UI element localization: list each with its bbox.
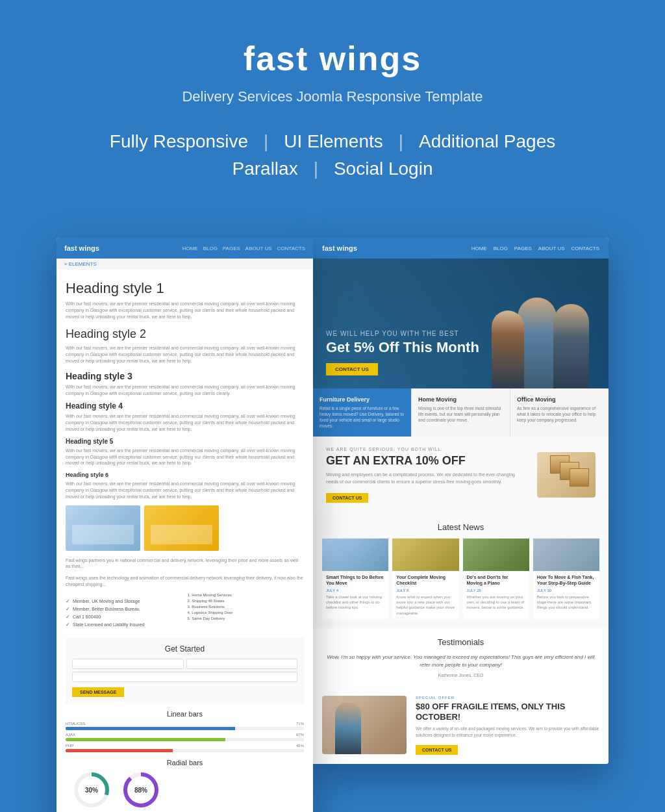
- features-row-2: Parallax | Social Login: [13, 159, 652, 179]
- service-title-1: Furniture Delivery: [320, 396, 405, 403]
- col-bullet-1: 1. Home Moving Services: [188, 593, 305, 597]
- left-nav-about: ABOUT US: [245, 246, 272, 251]
- testimonial-title: Testimonials: [322, 637, 599, 647]
- final-promo-subtitle: SPECIAL OFFER: [416, 696, 599, 700]
- screenshots-container: fast wings HOME BLOG PAGES ABOUT US CONT…: [0, 238, 665, 812]
- box-3: [570, 468, 589, 487]
- hero-subtitle: Delivery Services Joomla Responsive Temp…: [13, 88, 652, 105]
- service-cards: Furniture Delivery Retail is a single pi…: [313, 388, 609, 437]
- send-message-button[interactable]: SEND MESSAGE: [72, 687, 124, 697]
- form-row-1: [72, 659, 297, 669]
- news-img-4: [533, 539, 599, 571]
- right-nav-blog: BLOG: [494, 246, 508, 251]
- bar-html-label: HTML/CSS: [66, 722, 85, 726]
- col-bullet-4: 4. Logistics Shipping Door: [188, 611, 305, 615]
- news-date-4: JULY 30: [537, 589, 596, 592]
- right-nav-about: ABOUT US: [538, 246, 565, 251]
- final-promo-content: SPECIAL OFFER $80 OFF FRAGILE ITEMS, ONL…: [416, 696, 599, 755]
- heading-6: Heading style 6: [66, 472, 304, 478]
- news-title-3: Do's and Don'ts for Moving a Piano: [467, 574, 525, 586]
- final-promo-button[interactable]: CONTACT US: [416, 745, 458, 755]
- service-card-2: Home Moving Moving is one of the top thr…: [412, 388, 510, 437]
- bar-html-label-row: HTML/CSS 71%: [66, 722, 304, 726]
- brand-title: fast wings: [13, 39, 652, 78]
- testimonial-section: Testimonials Wow, I'm so happy with your…: [313, 628, 609, 687]
- testimonial-quote: Wow, I'm so happy with your service. You…: [322, 653, 599, 669]
- hero-offer: Get 5% Off This Month: [326, 340, 479, 355]
- service-title-3: Office Moving: [517, 396, 602, 403]
- news-card-2: Your Complete Moving Checklist JULY 8 Kn…: [392, 539, 458, 619]
- bar-html-pct: 71%: [296, 722, 304, 726]
- hero-cta-button[interactable]: CONTACT US: [326, 363, 378, 375]
- svg-text:88%: 88%: [134, 787, 147, 794]
- hero-text: WE WILL HELP YOU WITH THE BEST Get 5% Of…: [326, 330, 479, 375]
- heading-4: Heading style 4: [66, 401, 304, 411]
- img-caption-1: Fast wings partners you in national comm…: [66, 557, 304, 570]
- heading-1: Heading style 1: [66, 280, 304, 297]
- right-nav-contacts: CONTACTS: [571, 246, 599, 251]
- news-text-2: Know what to expect when you move into a…: [396, 594, 455, 616]
- news-img-2: [392, 539, 458, 571]
- service-text-3: As firm as a comprehensive experience of…: [517, 405, 602, 423]
- news-card-1: Smart Things to Do Before You Move JULY …: [322, 539, 388, 619]
- bar-ajax-track: [66, 738, 304, 741]
- promo-cta-button[interactable]: CONTACT US: [326, 493, 368, 503]
- bullet-2: ✓ Member, Better Business Bureau: [66, 606, 182, 612]
- bullet-list: ✓ Member, UK Moving and Storage ✓ Member…: [66, 598, 182, 628]
- name-field[interactable]: [72, 659, 184, 669]
- heading-2-text: With our fast movers, we are the premier…: [66, 345, 304, 364]
- bar-ajax-label: AJAX: [66, 733, 75, 737]
- news-card-3: Do's and Don'ts for Moving a Piano JULY …: [463, 539, 529, 619]
- service-card-3: Office Moving As firm as a comprehensive…: [510, 388, 609, 437]
- heading-6-text: With our fast movers, we are the premier…: [66, 481, 304, 500]
- news-body-4: How To Move & Fish Tank, Your Step-By-St…: [533, 571, 599, 613]
- promo-content: WE ARE QUITE SERIOUS. YOU BOTH WILL GET …: [326, 447, 527, 503]
- promo-subtext: WE ARE QUITE SERIOUS. YOU BOTH WILL: [326, 447, 527, 451]
- service-text-1: Retail is a single piece of furniture or…: [320, 405, 405, 429]
- news-date-1: JULY 4: [326, 589, 384, 592]
- right-nav-pages: PAGES: [514, 246, 532, 251]
- hero-promo: WE WILL HELP YOU WITH THE BEST: [326, 330, 479, 337]
- bar-php-pct: 45%: [296, 744, 304, 748]
- svg-text:30%: 30%: [85, 787, 98, 794]
- screenshot-left: fast wings HOME BLOG PAGES ABOUT US CONT…: [56, 238, 313, 812]
- image-2: [144, 505, 219, 551]
- phone-field[interactable]: [186, 659, 298, 669]
- img-caption-2: Fast wings uses the technology and anima…: [66, 575, 304, 588]
- heading-3: Heading style 3: [66, 371, 304, 381]
- testimonial-author: Katherine Jones, CEO: [322, 673, 599, 678]
- left-content: Heading style 1 With our fast movers, we…: [56, 270, 313, 812]
- news-title: Latest News: [322, 522, 599, 532]
- promo-title: GET AN EXTRA 10% OFF: [326, 454, 527, 468]
- bar-ajax: AJAX 67%: [66, 733, 304, 741]
- news-text-4: Before you look to preparative stage the…: [537, 594, 596, 611]
- news-grid: Smart Things to Do Before You Move JULY …: [322, 539, 599, 619]
- feature-pages: Additional Pages: [403, 131, 571, 152]
- heading-5-text: With our fast movers, we are the premier…: [66, 448, 304, 466]
- col-bullet-5: 5. Same Day Delivery: [188, 616, 305, 620]
- hero-banner: WE WILL HELP YOU WITH THE BEST Get 5% Of…: [313, 259, 609, 388]
- radial-svg-1: 30%: [72, 770, 111, 809]
- bar-php-fill: [66, 749, 173, 752]
- left-nav-contacts: CONTACTS: [277, 246, 305, 251]
- bar-html: HTML/CSS 71%: [66, 722, 304, 730]
- radial-bars-title: Radial bars: [66, 759, 304, 767]
- news-date-2: JULY 8: [396, 589, 455, 592]
- bar-ajax-fill: [66, 738, 225, 741]
- left-nav-blog: BLOG: [203, 246, 218, 251]
- separator-1: |: [264, 131, 268, 152]
- right-nav-home: HOME: [471, 246, 487, 251]
- heading-5: Heading style 5: [66, 438, 304, 445]
- news-img-1: [322, 539, 388, 571]
- heading-1-text: With our fast movers, we are the premier…: [66, 301, 304, 320]
- news-text-1: Take a closer look at our moving checkli…: [326, 594, 384, 611]
- col-bullet-2: 2. Shipping 48 States: [188, 599, 305, 603]
- left-header: fast wings HOME BLOG PAGES ABOUT US CONT…: [56, 238, 313, 259]
- textarea-field[interactable]: [72, 672, 297, 682]
- final-promo: SPECIAL OFFER $80 OFF FRAGILE ITEMS, ONL…: [313, 687, 609, 764]
- image-1: [66, 505, 140, 551]
- final-promo-text: We offer a variety of on-site and packag…: [416, 726, 599, 739]
- bar-html-fill: [66, 727, 235, 730]
- get-started-form: Get Started SEND MESSAGE: [66, 638, 304, 704]
- feature-ui: UI Elements: [268, 131, 399, 152]
